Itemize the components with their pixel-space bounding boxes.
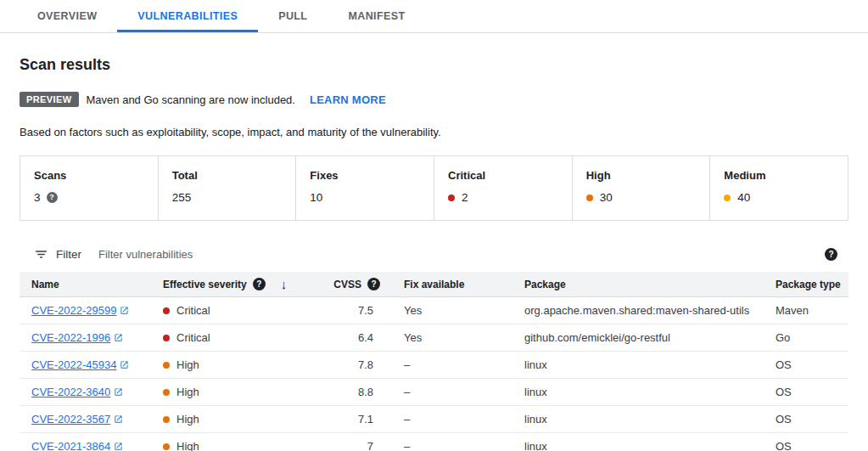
stat-value: 2 [448, 191, 558, 204]
column-header-name: Name [20, 272, 151, 297]
stat-item: Scans 3 ? [20, 156, 158, 220]
filter-bar: Filter ? [20, 241, 848, 268]
package-type-cell: OS [764, 379, 848, 406]
severity-label: High [176, 440, 199, 451]
fix-available-cell: – [392, 379, 512, 406]
tab-pull[interactable]: PULL [258, 0, 328, 32]
sort-descending-icon[interactable]: ↓ [281, 278, 288, 290]
package-cell: linux [512, 433, 764, 451]
stat-count: 30 [600, 191, 613, 204]
stat-label: Total [172, 169, 198, 182]
cvss-cell: 6.4 [317, 324, 392, 352]
main-content: Scan results PREVIEW Maven and Go scanni… [0, 56, 868, 451]
stat-item: Medium 40 [709, 156, 848, 220]
severity-label: High [176, 358, 199, 371]
stat-count: 3 [34, 191, 41, 204]
preview-row: PREVIEW Maven and Go scanning are now in… [20, 92, 848, 107]
table-row: CVE-2022-3640 High 8.8 – linux OS [20, 379, 848, 406]
stat-item: Critical 2 [434, 156, 572, 220]
column-header-severity[interactable]: Effective severity ? ↓ [151, 272, 317, 297]
cvss-cell: 7.1 [317, 406, 392, 433]
tab-vulnerabilities[interactable]: VULNERABILITIES [117, 0, 258, 32]
stat-label: Critical [448, 169, 485, 182]
table-help-icon[interactable]: ? [825, 248, 837, 261]
filter-label: Filter [56, 248, 81, 261]
stat-value: 30 [586, 191, 697, 204]
filter-icon [34, 247, 48, 262]
tab-bar: OVERVIEWVULNERABILITIESPULLMANIFEST [0, 0, 868, 33]
summary-stats: Scans 3 ? Total 255 Fixes 10 Critical 2 [20, 155, 848, 221]
severity-help-icon[interactable]: ? [253, 278, 266, 290]
cve-link[interactable]: CVE-2021-3864 [31, 440, 123, 451]
tab-manifest[interactable]: MANIFEST [328, 0, 425, 32]
cve-link[interactable]: CVE-2022-3640 [31, 386, 123, 398]
table-row: CVE-2021-3864 High 7 – linux OS [20, 433, 848, 451]
severity-label: High [176, 413, 199, 426]
fix-available-cell: – [392, 406, 512, 433]
cve-link[interactable]: CVE-2022-1996 [31, 331, 123, 344]
package-type-cell: OS [764, 406, 848, 433]
severity-label: High [176, 386, 199, 398]
package-type-cell: OS [764, 433, 848, 451]
package-type-cell: OS [764, 352, 848, 379]
severity-cell: High [163, 358, 317, 371]
severity-dot-icon [163, 362, 170, 369]
package-type-cell: Go [764, 324, 848, 352]
severity-description: Based on factors such as exploitability,… [20, 126, 848, 138]
severity-dot-icon [163, 416, 170, 423]
package-cell: org.apache.maven.shared:maven-shared-uti… [512, 297, 764, 324]
stat-item: Fixes 10 [295, 156, 434, 220]
fix-available-cell: Yes [392, 324, 512, 352]
stat-item: High 30 [572, 156, 710, 220]
cve-link[interactable]: CVE-2022-45934 [31, 358, 129, 371]
severity-dot-icon [724, 194, 731, 201]
stat-value: 40 [724, 191, 834, 204]
scans-help-icon[interactable]: ? [47, 192, 58, 203]
stat-label: Scans [34, 169, 66, 182]
filter-button[interactable]: Filter [20, 247, 81, 262]
severity-dot-icon [163, 389, 170, 396]
cve-link[interactable]: CVE-2022-29599 [31, 304, 129, 317]
stat-label: High [586, 169, 611, 182]
stat-count: 10 [310, 191, 322, 204]
package-cell: linux [512, 406, 764, 433]
external-link-icon [120, 360, 129, 369]
stat-count: 2 [462, 191, 468, 204]
cvss-cell: 8.8 [317, 379, 392, 406]
external-link-icon [114, 442, 123, 451]
stat-value: 3 ? [34, 191, 144, 204]
stat-count: 40 [737, 191, 750, 204]
cve-link[interactable]: CVE-2022-3567 [31, 413, 123, 426]
fix-available-cell: Yes [392, 297, 512, 324]
stat-label: Medium [724, 169, 765, 182]
package-cell: linux [512, 379, 764, 406]
cvss-help-icon[interactable]: ? [367, 278, 380, 290]
package-cell: linux [512, 352, 764, 379]
tab-overview[interactable]: OVERVIEW [17, 0, 117, 32]
severity-dot-icon [163, 335, 170, 341]
column-header-package-type: Package type [764, 272, 848, 297]
package-type-cell: Maven [764, 297, 848, 324]
cvss-cell: 7.5 [317, 297, 392, 324]
cvss-cell: 7.8 [317, 352, 392, 379]
learn-more-link[interactable]: LEARN MORE [310, 93, 386, 106]
severity-label: Critical [176, 331, 210, 344]
severity-cell: High [163, 413, 317, 426]
table-row: CVE-2022-1996 Critical 6.4 Yes github.co… [20, 324, 848, 352]
package-cell: github.com/emicklei/go-restful [512, 324, 764, 352]
table-row: CVE-2022-29599 Critical 7.5 Yes org.apac… [20, 297, 848, 324]
preview-badge: PREVIEW [20, 92, 79, 107]
column-header-fix: Fix available [392, 272, 512, 297]
stat-item: Total 255 [158, 156, 296, 220]
external-link-icon [114, 414, 123, 424]
stat-value: 10 [310, 191, 420, 204]
severity-label: Critical [176, 304, 210, 317]
severity-cell: High [163, 386, 317, 398]
page-title: Scan results [20, 56, 848, 74]
severity-dot-icon [448, 194, 455, 201]
severity-dot-icon [163, 307, 170, 314]
stat-label: Fixes [310, 169, 338, 182]
stat-value: 255 [172, 191, 283, 204]
filter-input[interactable] [97, 247, 819, 262]
table-row: CVE-2022-3567 High 7.1 – linux OS [20, 406, 848, 433]
